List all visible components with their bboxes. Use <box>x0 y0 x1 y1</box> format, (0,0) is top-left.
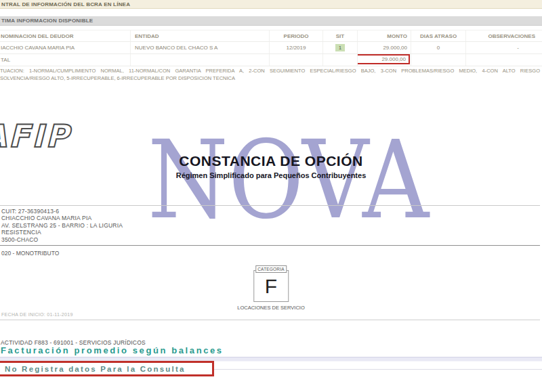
categoria-description: LOCACIONES DE SERVICIO <box>237 305 304 311</box>
col-header-observaciones: OBSERVACIONES <box>466 30 542 41</box>
cell-dias-atraso: 0 <box>411 42 466 53</box>
situation-legend: TUACION: 1-NORMAL/CUMPLIMIENTO NORMAL, 1… <box>0 68 540 82</box>
taxpayer-address: AV. SELSTRANG 25 - BARRIO : LA LIGURIA <box>1 222 123 229</box>
taxpayer-city: RESISTENCIA <box>1 229 123 236</box>
fecha-inicio-line: FECHA DE INICIO: 01-11-2019 <box>1 312 73 317</box>
cell-observaciones: - <box>466 42 542 53</box>
facturacion-header: Facturación promedio según balances <box>1 345 224 355</box>
divider <box>0 205 540 206</box>
situation-legend-line1: TUACION: 1-NORMAL/CUMPLIMIENTO NORMAL, 1… <box>0 68 540 75</box>
table-total-row: TAL 29.000,00 <box>0 54 542 66</box>
impuesto-line: 020 - MONOTRIBUTO <box>1 250 59 257</box>
no-data-highlight-box: No Registra datos Para la Consulta <box>0 361 214 376</box>
col-header-sit: SIT <box>323 30 358 41</box>
cell-periodo: 12/2019 <box>270 42 323 53</box>
bcra-header-title: NTRAL DE INFORMACIÓN DEL BCRA EN LÍNEA <box>1 1 130 7</box>
col-header-periodo: PERIODO <box>270 30 323 41</box>
taxpayer-info-block: CUIT: 27-36390413-6 CHIACCHIO CAVANA MAR… <box>1 208 123 243</box>
divider <box>0 245 540 246</box>
bcra-afip-report-page: NTRAL DE INFORMACIÓN DEL BCRA EN LÍNEA T… <box>0 0 542 392</box>
cell-sit: 1 <box>323 42 358 53</box>
section-header-bar: TIMA INFORMACION DISPONIBLE <box>0 16 542 26</box>
no-data-message: No Registra datos Para la Consulta <box>5 365 186 373</box>
bcra-header-bar: NTRAL DE INFORMACIÓN DEL BCRA EN LÍNEA <box>0 0 542 9</box>
total-monto-highlight-box: 29.000,00 <box>358 54 410 64</box>
categoria-label: CATEGORIA <box>255 265 287 273</box>
nova-watermark: NOVA <box>148 126 429 234</box>
sit-status-badge: 1 <box>335 44 345 51</box>
cell-deudor: IACCHIO CAVANA MARIA PIA <box>0 42 131 53</box>
col-header-deudor: NOMINACION DEL DEUDOR <box>0 30 131 41</box>
cell-monto: 29.000,00 <box>358 42 411 53</box>
afip-logo-text: AFIP <box>0 118 72 154</box>
categoria-widget: CATEGORIA F LOCACIONES DE SERVICIO <box>237 265 304 311</box>
col-header-dias-atraso: DIAS ATRASO <box>411 30 466 41</box>
table-row: IACCHIO CAVANA MARIA PIA NUEVO BANCO DEL… <box>0 42 542 54</box>
taxpayer-name: CHIACCHIO CAVANA MARIA PIA <box>1 215 123 221</box>
section-header-title: TIMA INFORMACION DISPONIBLE <box>1 18 93 24</box>
categoria-value-box: F <box>253 270 289 302</box>
document-subtitle: Régimen Simplificado para Pequeños Contr… <box>0 171 542 179</box>
debt-table: NOMINACION DEL DEUDOR ENTIDAD PERIODO SI… <box>0 30 542 66</box>
col-header-entidad: ENTIDAD <box>131 30 270 41</box>
cuit-line: CUIT: 27-36390413-6 <box>1 208 123 215</box>
document-title-block: CONSTANCIA DE OPCIÓN Régimen Simplificad… <box>0 153 542 179</box>
table-header-row: NOMINACION DEL DEUDOR ENTIDAD PERIODO SI… <box>0 30 542 42</box>
document-title: CONSTANCIA DE OPCIÓN <box>0 153 542 169</box>
divider <box>0 320 540 320</box>
total-monto-cell: 29.000,00 <box>358 54 411 66</box>
situation-legend-line2: SOLVENCIA/RIESGO ALTO, 5-IRRECUPERABLE, … <box>0 75 540 83</box>
afip-logo-icon: AFIP <box>0 118 122 154</box>
total-label: TAL <box>0 54 131 66</box>
cell-entidad: NUEVO BANCO DEL CHACO S A <box>131 42 270 53</box>
col-header-monto: MONTO <box>358 30 411 41</box>
taxpayer-postal-city: 3500-CHACO <box>1 236 123 243</box>
